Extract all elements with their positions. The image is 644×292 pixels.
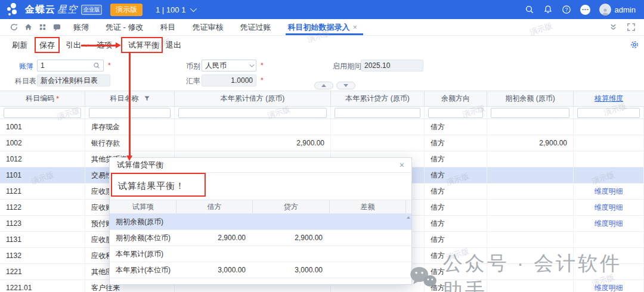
dialog-cell-item: 本年累计(本位币) <box>110 262 177 278</box>
toolbar-刷新[interactable]: 刷新 <box>12 40 27 51</box>
grid-col-header-7[interactable]: 核算维度 <box>574 91 644 106</box>
cell-code: 1122 <box>0 200 85 215</box>
collapse-down-button[interactable] <box>336 82 355 89</box>
kingdee-logo-icon <box>6 2 21 17</box>
bell-icon[interactable] <box>543 5 553 14</box>
gear-icon[interactable] <box>630 40 639 51</box>
dialog-scrollbar[interactable] <box>405 215 411 292</box>
cell-opening-balance: 2,900.00 <box>487 135 574 151</box>
dialog-close-icon[interactable]: × <box>400 160 404 170</box>
home-icon[interactable] <box>24 23 33 32</box>
cell-code: 1002 <box>0 135 85 151</box>
grid-filter-input-2[interactable] <box>89 108 171 118</box>
dialog-cell-credit <box>253 214 330 229</box>
edition-badge: 企业版 <box>81 5 102 15</box>
dimension-detail-link[interactable]: 维度明细 <box>595 219 623 229</box>
dialog-cell-item: 期初余额(原币) <box>110 214 177 229</box>
tab-label: 凭证 - 修改 <box>106 22 144 33</box>
toolbar-保存[interactable]: 保存 <box>39 40 55 51</box>
help-icon[interactable]: ? <box>562 5 571 14</box>
grid-filter-cell-4 <box>331 107 425 119</box>
dimension-detail-link[interactable]: 维度明细 <box>595 283 623 292</box>
dialog-table-row[interactable]: 本年累计(原币) <box>110 246 411 262</box>
toolbar-退出[interactable]: 退出 <box>166 40 181 51</box>
more-pill-icon[interactable] <box>580 5 590 15</box>
required-star: * <box>261 61 264 70</box>
tab-2[interactable]: 凭证 - 修改 <box>106 19 144 35</box>
toolbar-试算平衡[interactable]: 试算平衡 <box>128 40 159 51</box>
dialog-cell-diff <box>330 262 406 278</box>
collapse-tabs-icon[interactable] <box>608 23 618 32</box>
cell-direction: 借方 <box>425 151 487 167</box>
cell-dimension <box>574 264 644 279</box>
scroll-up-icon[interactable] <box>407 216 410 219</box>
dialog-table-row[interactable]: 本年累计(本位币)3,000.003,000.00 <box>110 262 411 278</box>
filter-funnel-icon[interactable] <box>144 96 150 101</box>
grid-filter-input-6[interactable] <box>491 108 569 118</box>
tab-3[interactable]: 科目 <box>160 19 176 35</box>
search-icon[interactable] <box>525 5 534 14</box>
dialog-cell-debit <box>177 246 253 262</box>
message-icon[interactable] <box>52 23 61 32</box>
grid-filter-input-3[interactable] <box>178 108 327 118</box>
dialog-cell-credit: 3,000.00 <box>253 262 330 278</box>
expand-fullscreen-icon[interactable] <box>626 23 636 32</box>
book-value: 1 <box>41 61 45 70</box>
cell-direction: 借方 <box>425 184 487 199</box>
dialog-table-row[interactable]: 期初余额(本位币)2,900.002,900.00 <box>110 230 411 246</box>
cell-opening-balance <box>487 264 574 279</box>
cell-dimension <box>574 151 644 167</box>
cell-code: 1001 <box>0 119 85 135</box>
grid-filter-cell-1 <box>0 107 85 119</box>
grid-filter-input-1[interactable] <box>4 108 81 118</box>
dimension-detail-link[interactable]: 维度明细 <box>595 187 623 197</box>
chevron-down-icon <box>249 62 254 67</box>
cell-direction: 借方 <box>425 232 487 247</box>
table-row[interactable]: 1001库存现金借方 <box>0 119 644 135</box>
sync-icon[interactable] <box>10 23 18 32</box>
cell-credit-ytd <box>331 135 425 151</box>
user-menu[interactable]: admin <box>599 4 636 15</box>
grid-filter-input-4[interactable] <box>335 108 420 118</box>
table-row[interactable]: 1002银行存款2,900.00借方2,900.00 <box>0 135 644 151</box>
brand-title: 金蝶云 星空 <box>25 4 78 16</box>
cell-opening-balance <box>487 216 574 231</box>
cell-opening-balance <box>487 200 574 215</box>
org-selector[interactable]: 1 | 100 1 <box>156 5 195 14</box>
dialog-table-body: 期初余额(原币)期初余额(本位币)2,900.002,900.00本年累计(原币… <box>110 214 411 278</box>
lookup-magnifier-icon[interactable] <box>93 62 100 69</box>
apps-grid-icon[interactable] <box>38 23 47 32</box>
toolbar-item-label: 选项 <box>97 40 112 51</box>
org-selector-label: 1 | 100 1 <box>156 5 185 14</box>
grid-filter-input-5[interactable] <box>428 108 483 118</box>
dimension-detail-link[interactable]: 维度明细 <box>595 203 623 213</box>
chart-of-accounts-value: 新会计准则科目表 <box>41 76 98 86</box>
grid-col-label: 本年累计借方 (原币) <box>221 94 284 104</box>
grid-col-header-2: 科目名称 <box>85 91 175 106</box>
book-input[interactable]: 1 <box>37 60 104 72</box>
cell-direction: 借方 <box>425 119 487 135</box>
trial-balance-dialog: 试算借贷平衡 × 试算结果平衡！ 试算项借方贷方差额 期初余额(原币)期初余额(… <box>109 157 412 285</box>
grid-col-header-4: 本年累计贷方 (原币) <box>331 91 425 106</box>
grid-filter-input-7[interactable] <box>577 108 640 118</box>
toolbar-选项[interactable]: 选项 <box>97 40 118 51</box>
cell-debit-ytd: 2,900.00 <box>175 135 331 151</box>
toolbar-引出[interactable]: 引出 <box>66 40 87 51</box>
tab-6[interactable]: 科目初始数据录入× <box>288 19 358 35</box>
cell-code: 1101 <box>0 167 85 183</box>
book-label[interactable]: 账簿 <box>19 61 33 72</box>
currency-select[interactable]: 人民币 <box>202 60 256 72</box>
grid-header-row: 科目编码*科目名称本年累计借方 (原币)本年累计贷方 (原币)余额方向期初余额 … <box>0 91 644 107</box>
dialog-cell-item: 本年累计(原币) <box>110 246 177 262</box>
dialog-table-row[interactable]: 期初余额(原币) <box>110 214 411 230</box>
tab-1[interactable]: 账簿 <box>73 19 89 35</box>
window-tabbar: 账簿凭证 - 修改科目凭证审核凭证过账科目初始数据录入× <box>0 19 644 36</box>
close-icon[interactable]: × <box>353 23 358 32</box>
tab-4[interactable]: 凭证审核 <box>193 19 224 35</box>
tab-5[interactable]: 凭证过账 <box>240 19 271 35</box>
cell-credit-ytd <box>331 119 425 135</box>
collapse-up-button[interactable] <box>314 82 333 89</box>
tab-list: 账簿凭证 - 修改科目凭证审核凭证过账科目初始数据录入× <box>73 19 357 35</box>
grid-filter-cell-7 <box>574 107 644 119</box>
cell-code: 1221.01 <box>0 280 85 292</box>
